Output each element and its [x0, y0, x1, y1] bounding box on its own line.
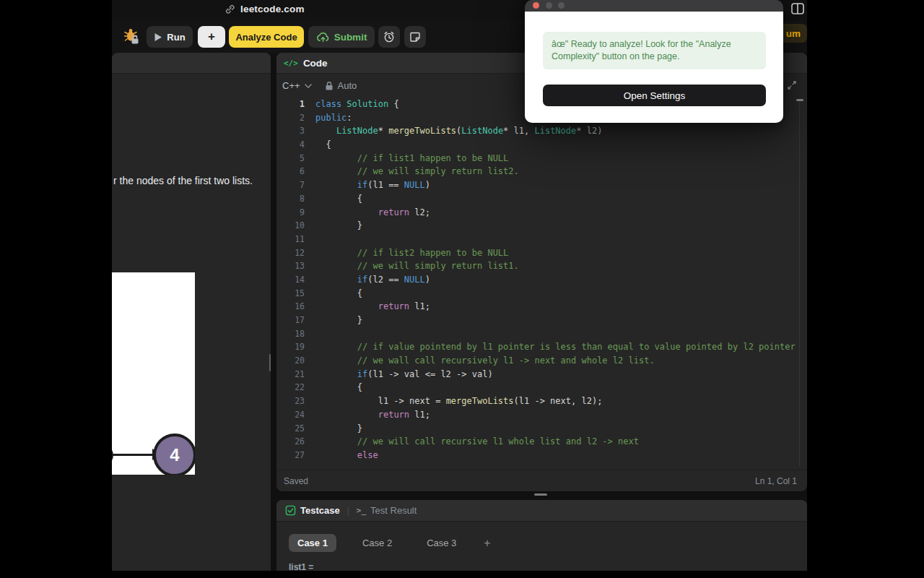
code-text: ListNode* mergeTwoLists(ListNode* l1, Li… — [305, 124, 602, 138]
timer-button[interactable] — [378, 26, 400, 48]
open-settings-label: Open Settings — [624, 90, 686, 101]
code-line[interactable]: 16 return l1; — [276, 300, 807, 314]
code-text: return l1; — [305, 408, 430, 422]
description-text: r the nodes of the first two lists. — [113, 175, 271, 186]
code-line[interactable]: 19 // if value pointend by l1 pointer is… — [276, 340, 807, 354]
code-text: if(l1 -> val <= l2 -> val) — [305, 368, 493, 381]
diagram-node: 4 — [153, 434, 195, 475]
code-line[interactable]: 12 // if list2 happen to be NULL — [276, 246, 807, 260]
code-line[interactable]: 14 if(l2 == NULL) — [276, 273, 807, 287]
code-line[interactable]: 5 // if list1 happen to be NULL — [276, 152, 807, 165]
code-line[interactable]: 8 { — [276, 192, 807, 206]
code-area[interactable]: 1class Solution {2public:3 ListNode* mer… — [276, 98, 807, 472]
code-line[interactable]: 25 } — [276, 422, 807, 436]
save-status: Saved — [284, 476, 308, 486]
line-number: 21 — [276, 368, 305, 381]
code-line[interactable]: 27 else — [276, 449, 807, 462]
code-line[interactable]: 23 l1 -> next = mergeTwoLists(l1 -> next… — [276, 394, 807, 408]
editor-scrollbar-track — [799, 101, 800, 466]
line-number: 8 — [276, 192, 305, 206]
tab-test-result[interactable]: >_ Test Result — [357, 505, 417, 516]
code-text: { — [305, 138, 331, 152]
panel-resize-handle[interactable] — [534, 493, 547, 496]
diagram-arrow — [112, 454, 154, 456]
code-line[interactable]: 13 // we will simply return list1. — [276, 259, 807, 273]
code-line[interactable]: 17 } — [276, 314, 807, 327]
expand-panel-button[interactable] — [786, 79, 801, 94]
editor-scrollbar-thumb[interactable] — [796, 99, 803, 101]
line-number: 10 — [276, 219, 305, 233]
code-text — [305, 327, 315, 341]
maximize-window-button[interactable] — [558, 2, 565, 9]
difficulty-badge-text: um — [786, 28, 801, 39]
case-tabs: Case 1Case 2Case 3+ — [289, 534, 491, 552]
alarm-clock-icon — [383, 30, 396, 43]
code-line[interactable]: 9 return l2; — [276, 206, 807, 220]
submit-button[interactable]: Submit — [308, 26, 375, 48]
code-line[interactable]: 26 // we will call recursive l1 whole li… — [276, 435, 807, 449]
code-line[interactable]: 11 — [276, 233, 807, 246]
case-tab[interactable]: Case 1 — [289, 534, 336, 552]
code-line[interactable]: 7 if(l1 == NULL) — [276, 178, 807, 192]
code-text: // if value pointend by l1 pointer is le… — [305, 340, 796, 354]
line-number: 18 — [276, 327, 305, 341]
testcase-panel: Testcase | >_ Test Result Case 1Case 2Ca… — [276, 500, 807, 571]
notes-button[interactable] — [404, 26, 426, 48]
run-button[interactable]: Run — [147, 26, 193, 48]
add-button[interactable]: + — [198, 26, 225, 48]
code-line[interactable]: 18 — [276, 327, 807, 341]
add-case-button[interactable]: + — [484, 537, 490, 550]
description-panel: r the nodes of the first two lists. 4 — [112, 53, 271, 571]
autocomplete-toggle[interactable]: Auto — [338, 80, 357, 91]
code-tab-label[interactable]: Code — [303, 58, 328, 69]
code-text: l1 -> next = mergeTwoLists(l1 -> next, l… — [305, 394, 602, 408]
close-window-button[interactable] — [533, 2, 539, 9]
analyze-code-button[interactable]: Analyze Code — [229, 26, 304, 48]
test-result-tab-label: Test Result — [370, 505, 417, 516]
line-number: 6 — [276, 165, 305, 178]
code-line[interactable]: 22 { — [276, 381, 807, 394]
diagram-node-value: 4 — [170, 445, 179, 465]
case-tab[interactable]: Case 2 — [354, 534, 401, 552]
case-tab[interactable]: Case 3 — [418, 534, 465, 552]
code-line[interactable]: 21 if(l1 -> val <= l2 -> val) — [276, 368, 807, 381]
open-settings-button[interactable]: Open Settings — [543, 85, 766, 106]
debugger-button[interactable] — [123, 28, 140, 46]
extension-popup: âœ" Ready to analyze! Look for the "Anal… — [525, 0, 783, 123]
line-number: 26 — [276, 435, 305, 449]
code-line[interactable]: 3 ListNode* mergeTwoLists(ListNode* l1, … — [276, 124, 807, 138]
description-panel-header — [112, 53, 271, 74]
popup-notice: âœ" Ready to analyze! Look for the "Anal… — [543, 32, 766, 69]
submit-label: Submit — [334, 32, 367, 43]
code-text: // we will call recursive l1 whole list … — [305, 435, 639, 449]
line-number: 4 — [276, 138, 305, 152]
code-line[interactable]: 24 return l1; — [276, 408, 807, 422]
line-number: 11 — [276, 233, 305, 246]
url-bar[interactable]: leetcode.com — [225, 4, 305, 14]
code-line[interactable]: 6 // we will simply return list2. — [276, 165, 807, 178]
minimize-window-button[interactable] — [546, 2, 552, 9]
language-select[interactable]: C++ — [282, 80, 300, 91]
testcase-tab-label: Testcase — [300, 505, 340, 516]
code-line[interactable]: 15 { — [276, 287, 807, 301]
popup-titlebar[interactable] — [525, 0, 783, 12]
line-number: 16 — [276, 300, 305, 314]
code-line[interactable]: 20 // we wall call recursively l1 -> nex… — [276, 354, 807, 368]
line-number: 22 — [276, 381, 305, 394]
split-view-button[interactable] — [790, 2, 805, 15]
code-line[interactable]: 10 } — [276, 219, 807, 233]
description-scrollbar[interactable] — [269, 354, 271, 371]
code-text: if(l2 == NULL) — [305, 273, 430, 287]
bug-lock-icon — [123, 28, 140, 46]
note-icon — [409, 30, 422, 43]
tab-testcase[interactable]: Testcase — [285, 505, 340, 516]
code-text: { — [305, 192, 362, 206]
code-text: } — [305, 422, 362, 436]
code-text: { — [305, 287, 362, 301]
code-text: } — [305, 219, 362, 233]
code-line[interactable]: 4 { — [276, 138, 807, 152]
lock-icon — [325, 81, 334, 91]
testcase-header: Testcase | >_ Test Result — [276, 500, 807, 522]
tab-divider: | — [347, 506, 349, 516]
line-number: 2 — [276, 111, 305, 125]
